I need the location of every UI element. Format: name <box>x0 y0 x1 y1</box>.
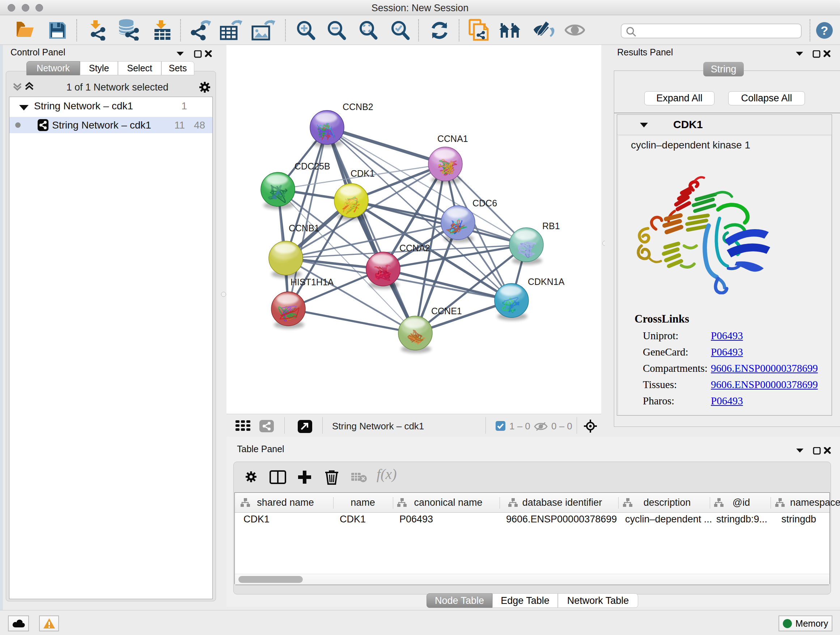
svg-text:CDKN1A: CDKN1A <box>528 277 565 287</box>
svg-text:?: ? <box>821 24 829 37</box>
svg-text:RB1: RB1 <box>542 221 560 231</box>
svg-text:CDC25B: CDC25B <box>294 161 330 171</box>
svg-text:CCNA2: CCNA2 <box>399 243 430 253</box>
svg-text:CCNB2: CCNB2 <box>343 102 373 112</box>
svg-text:CDK1: CDK1 <box>351 168 375 179</box>
svg-text:CDC6: CDC6 <box>472 198 497 208</box>
svg-text:HIST1H1A: HIST1H1A <box>291 277 334 287</box>
svg-text:CCNE1: CCNE1 <box>431 306 462 316</box>
svg-text:CCNB1: CCNB1 <box>289 223 319 233</box>
svg-text:CCNA1: CCNA1 <box>437 134 468 144</box>
